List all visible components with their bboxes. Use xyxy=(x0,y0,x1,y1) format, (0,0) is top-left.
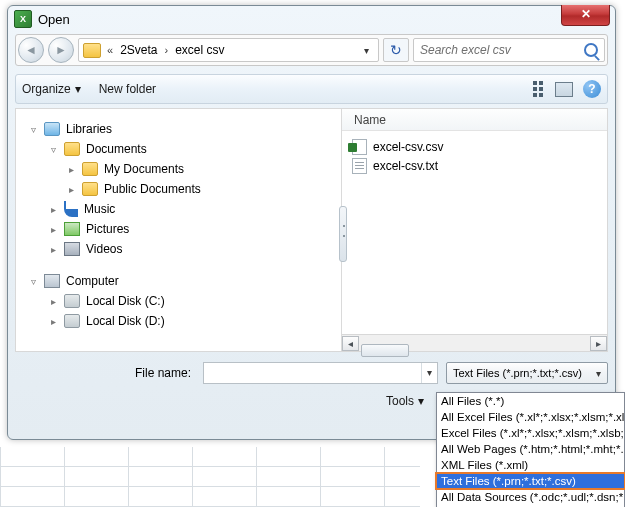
tree-item-my-documents[interactable]: ▸ My Documents xyxy=(28,159,337,179)
filter-option[interactable]: XML Files (*.xml) xyxy=(437,457,624,473)
back-button[interactable]: ◄ xyxy=(18,37,44,63)
tree-label: Local Disk (D:) xyxy=(86,314,165,328)
file-name: excel-csv.csv xyxy=(373,140,443,154)
refresh-button[interactable]: ↻ xyxy=(383,38,409,62)
file-name: excel-csv.txt xyxy=(373,159,438,173)
filename-input[interactable]: ▾ xyxy=(203,362,438,384)
close-button[interactable]: ✕ xyxy=(561,5,610,26)
scroll-right-button[interactable]: ▸ xyxy=(590,336,607,351)
expander-icon[interactable]: ▸ xyxy=(48,296,58,307)
file-type-dropdown[interactable]: All Files (*.*)All Excel Files (*.xl*;*.… xyxy=(436,392,625,507)
tree-item-music[interactable]: ▸ Music xyxy=(28,199,337,219)
new-folder-button[interactable]: New folder xyxy=(99,82,156,96)
expander-icon[interactable]: ▸ xyxy=(48,204,58,215)
folder-icon xyxy=(83,43,101,58)
tree-item-disk-c[interactable]: ▸ Local Disk (C:) xyxy=(28,291,337,311)
file-browser-body: ▿ Libraries ▿ Documents ▸ My Documents ▸… xyxy=(15,108,608,352)
tree-item-libraries[interactable]: ▿ Libraries xyxy=(28,119,337,139)
search-input[interactable]: Search excel csv xyxy=(413,38,605,62)
expander-icon[interactable]: ▿ xyxy=(28,276,38,287)
tree-label: Public Documents xyxy=(104,182,201,196)
disk-icon xyxy=(64,294,80,308)
disk-icon xyxy=(64,314,80,328)
filter-option[interactable]: All Data Sources (*.odc;*.udl;*.dsn;*.md… xyxy=(437,489,624,505)
tree-label: Computer xyxy=(66,274,119,288)
help-button[interactable]: ? xyxy=(583,80,601,98)
expander-icon[interactable]: ▸ xyxy=(48,224,58,235)
tree-item-pictures[interactable]: ▸ Pictures xyxy=(28,219,337,239)
command-bar: Organize ▾ New folder ? xyxy=(15,74,608,104)
file-type-filter[interactable]: Text Files (*.prn;*.txt;*.csv) ▾ xyxy=(446,362,608,384)
arrow-left-icon: ◄ xyxy=(25,43,37,57)
file-list-pane: Name excel-csv.csv excel-csv.txt ◂ ▸ xyxy=(342,109,607,351)
text-file-icon xyxy=(352,158,367,174)
folder-icon xyxy=(82,162,98,176)
tree-item-public-documents[interactable]: ▸ Public Documents xyxy=(28,179,337,199)
folder-icon xyxy=(64,142,80,156)
tree-label: Pictures xyxy=(86,222,129,236)
tree-item-computer[interactable]: ▿ Computer xyxy=(28,271,337,291)
tree-label: Videos xyxy=(86,242,122,256)
breadcrumb-item[interactable]: 2Sveta xyxy=(117,43,160,57)
breadcrumb-item[interactable]: excel csv xyxy=(172,43,227,57)
expander-icon[interactable]: ▸ xyxy=(66,184,76,195)
excel-icon: X xyxy=(14,10,32,28)
filter-selected-label: Text Files (*.prn;*.txt;*.csv) xyxy=(453,367,582,379)
column-header-name[interactable]: Name xyxy=(342,109,607,131)
filter-option[interactable]: All Files (*.*) xyxy=(437,393,624,409)
navigation-tree: ▿ Libraries ▿ Documents ▸ My Documents ▸… xyxy=(16,109,342,351)
tools-menu[interactable]: Tools ▾ xyxy=(386,394,424,408)
open-dialog: X Open ✕ ◄ ► « 2Sveta › excel csv ▾ ↻ Se… xyxy=(7,5,616,440)
refresh-icon: ↻ xyxy=(390,42,402,58)
excel-file-icon xyxy=(352,139,367,155)
column-label: Name xyxy=(354,113,386,127)
tree-item-videos[interactable]: ▸ Videos xyxy=(28,239,337,259)
filter-option[interactable]: All Excel Files (*.xl*;*.xlsx;*.xlsm;*.x… xyxy=(437,409,624,425)
expander-icon[interactable]: ▸ xyxy=(66,164,76,175)
organize-label: Organize xyxy=(22,82,71,96)
preview-pane-button[interactable] xyxy=(555,82,573,97)
tree-label: My Documents xyxy=(104,162,184,176)
new-folder-label: New folder xyxy=(99,82,156,96)
folder-icon xyxy=(82,182,98,196)
chevron-down-icon[interactable]: ▾ xyxy=(421,363,437,383)
horizontal-scrollbar[interactable]: ◂ ▸ xyxy=(342,334,607,351)
scrollbar-thumb[interactable] xyxy=(361,344,409,357)
search-placeholder: Search excel csv xyxy=(420,43,511,57)
organize-menu[interactable]: Organize ▾ xyxy=(22,82,81,96)
videos-icon xyxy=(64,242,80,256)
filter-option[interactable]: All Web Pages (*.htm;*.html;*.mht;*.mh xyxy=(437,441,624,457)
titlebar: X Open ✕ xyxy=(8,6,615,34)
arrow-right-icon: ► xyxy=(55,43,67,57)
view-options-button[interactable] xyxy=(533,81,545,97)
expander-icon[interactable]: ▿ xyxy=(28,124,38,135)
chevron-down-icon: ▾ xyxy=(418,394,424,408)
breadcrumb[interactable]: « 2Sveta › excel csv ▾ xyxy=(78,38,379,62)
forward-button[interactable]: ► xyxy=(48,37,74,63)
expander-icon[interactable]: ▿ xyxy=(48,144,58,155)
chevron-down-icon: ▾ xyxy=(596,368,601,379)
window-title: Open xyxy=(38,12,70,27)
tree-label: Music xyxy=(84,202,115,216)
filter-option[interactable]: Excel Files (*.xl*;*.xlsx;*.xlsm;*.xlsb;… xyxy=(437,425,624,441)
breadcrumb-dropdown[interactable]: ▾ xyxy=(358,45,374,56)
tree-item-documents[interactable]: ▿ Documents xyxy=(28,139,337,159)
expander-icon[interactable]: ▸ xyxy=(48,316,58,327)
tree-label: Documents xyxy=(86,142,147,156)
scroll-left-button[interactable]: ◂ xyxy=(342,336,359,351)
expander-icon[interactable]: ▸ xyxy=(48,244,58,255)
navigation-bar: ◄ ► « 2Sveta › excel csv ▾ ↻ Search exce… xyxy=(15,34,608,66)
breadcrumb-prefix: « xyxy=(105,44,115,56)
chevron-right-icon: › xyxy=(162,44,170,56)
close-icon: ✕ xyxy=(581,7,591,21)
computer-icon xyxy=(44,274,60,288)
tree-item-disk-d[interactable]: ▸ Local Disk (D:) xyxy=(28,311,337,331)
spacer xyxy=(28,259,337,271)
pictures-icon xyxy=(64,222,80,236)
help-icon: ? xyxy=(588,82,595,96)
list-item[interactable]: excel-csv.txt xyxy=(352,156,597,175)
list-item[interactable]: excel-csv.csv xyxy=(352,137,597,156)
filter-option[interactable]: Text Files (*.prn;*.txt;*.csv) xyxy=(437,473,624,489)
tree-label: Local Disk (C:) xyxy=(86,294,165,308)
libraries-icon xyxy=(44,122,60,136)
